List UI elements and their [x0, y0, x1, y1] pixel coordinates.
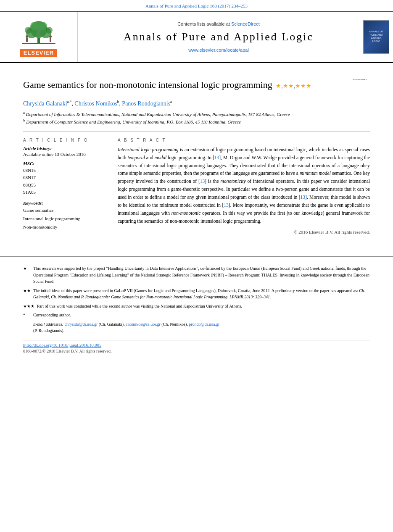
section-divider — [23, 132, 370, 132]
author-1-super: a,* — [67, 100, 72, 104]
sciencedirect-link[interactable]: ScienceDirect — [231, 21, 260, 26]
keyword-3: Non-monotonicity — [23, 223, 105, 232]
journal-citation-text: Annals of Pure and Applied Logic 168 (20… — [145, 3, 248, 8]
svg-point-10 — [26, 35, 28, 38]
elsevier-wordmark: ELSEVIER — [20, 49, 57, 57]
journal-citation-header: Annals of Pure and Applied Logic 168 (20… — [0, 0, 393, 12]
abstract-text: Intensional logic programming is an exte… — [118, 146, 370, 226]
affil-a-text: Department of Informatics & Telecommunic… — [26, 112, 290, 117]
affiliation-b: b Department of Computer Science and Eng… — [23, 118, 370, 125]
available-online-value: Available online 13 October 2016 — [23, 152, 105, 157]
author-3-super: a — [170, 100, 172, 104]
affil-b-text: Department of Computer Science and Engin… — [26, 119, 241, 124]
footnote-marker-1: ★ — [23, 265, 31, 285]
star-icon-2: ★★ — [283, 83, 294, 89]
footnote-corresponding: * Corresponding author. — [23, 312, 370, 319]
footnote-star1: ★ This research was supported by the pro… — [23, 265, 370, 285]
doi-section: http://dx.doi.org/10.1016/j.apal.2016.10… — [23, 340, 370, 353]
ref-13-4[interactable]: 13 — [224, 203, 229, 208]
footnote-text-3: Part of this work was conducted while th… — [37, 303, 370, 310]
ref-13-3[interactable]: 13 — [301, 195, 306, 200]
journal-header: ELSEVIER Contents lists available at Sci… — [0, 12, 393, 63]
doi-link[interactable]: http://dx.doi.org/10.1016/j.apal.2016.10… — [23, 343, 370, 348]
author-3[interactable]: Panos Rondogiannis — [122, 100, 170, 106]
affiliations: a Department of Informatics & Telecommun… — [23, 110, 370, 125]
article-info-abstract-section: A R T I C L E I N F O Article history: A… — [23, 138, 370, 236]
article-title-stars: ★,★★,★★★ — [274, 83, 311, 89]
abstract-header: A B S T R A C T — [118, 138, 370, 142]
svg-point-7 — [46, 27, 53, 34]
article-title: Game semantics for non-monotonic intensi… — [23, 79, 370, 91]
mini-cover: ANNALS OFPURE ANDAPPLIEDLOGIC — [363, 20, 389, 54]
affiliation-a: a Department of Informatics & Telecommun… — [23, 110, 370, 118]
ref-13-1[interactable]: 13 — [214, 155, 219, 160]
footer-area: ★ This research was supported by the pro… — [0, 256, 393, 358]
copyright-line: © 2016 Elsevier B.V. All rights reserved… — [118, 229, 370, 234]
email-rondogiannis[interactable]: prondo@di.uoa.gr — [189, 322, 219, 327]
contents-available-text: Contents lists available at ScienceDirec… — [177, 21, 260, 26]
footnote-marker-3: ★★★ — [23, 303, 34, 310]
svg-point-5 — [39, 22, 47, 30]
keywords-list: Game semantics Intensional logic program… — [23, 206, 105, 231]
svg-point-6 — [25, 27, 32, 34]
history-label: Article history: — [23, 146, 105, 151]
svg-point-4 — [30, 22, 39, 30]
footnote-email: E-mail addresses: chrysida@di.uoa.gr (Ch… — [23, 321, 370, 334]
keyword-2: Intensional logic programming — [23, 215, 105, 223]
footnote-marker-email — [23, 321, 31, 334]
svg-rect-11 — [50, 38, 51, 42]
footnote-marker-corr: * — [23, 312, 31, 319]
msc-code-2: 68N17 — [23, 174, 105, 182]
msc-code-1: 68N15 — [23, 167, 105, 174]
footnote-star2: ★★ The initial ideas of this paper were … — [23, 287, 370, 300]
star-icon-3: ★★★ — [295, 83, 311, 89]
footnote-text-corr: Corresponding author. — [33, 312, 370, 319]
elsevier-tree-icon — [20, 17, 58, 47]
svg-point-12 — [49, 35, 52, 38]
elsevier-logo: ELSEVIER — [20, 17, 58, 57]
affil-letter-a: a — [23, 111, 25, 115]
mini-cover-text: ANNALS OFPURE ANDAPPLIEDLOGIC — [369, 30, 383, 43]
msc-group: MSC: 68N15 68N17 68Q55 91A05 — [23, 161, 105, 196]
svg-rect-8 — [22, 43, 55, 44]
crossmark-badge: ✔ CrossMark — [350, 79, 370, 80]
elsevier-logo-area: ELSEVIER — [0, 12, 78, 62]
crossmark-label: CrossMark — [353, 79, 367, 80]
journal-header-center: Contents lists available at ScienceDirec… — [78, 12, 359, 62]
footnote-text-1: This research was supported by the proje… — [33, 265, 370, 285]
footnote-marker-2: ★★ — [23, 287, 31, 300]
email-galanaki[interactable]: chrysida@di.uoa.gr — [65, 322, 98, 327]
footnote-text-2: The initial ideas of this paper were pre… — [33, 287, 370, 300]
keywords-group: Keywords: Game semantics Intensional log… — [23, 200, 105, 231]
abstract-column: A B S T R A C T Intensional logic progra… — [118, 138, 370, 236]
journal-cover-thumbnail: ANNALS OFPURE ANDAPPLIEDLOGIC — [359, 12, 393, 62]
footnote-star3: ★★★ Part of this work was conducted whil… — [23, 303, 370, 310]
journal-url[interactable]: www.elsevier.com/locate/apal — [188, 47, 249, 53]
ref-13-2[interactable]: 13 — [200, 179, 205, 184]
article-info-header: A R T I C L E I N F O — [23, 138, 105, 142]
msc-code-4: 91A05 — [23, 189, 105, 196]
svg-rect-0 — [37, 38, 40, 44]
journal-title: Annals of Pure and Applied Logic — [124, 31, 314, 43]
footnotes-section: ★ This research was supported by the pro… — [23, 265, 370, 334]
issn-line: 0168-0072/© 2016 Elsevier B.V. All right… — [23, 349, 370, 353]
msc-code-3: 68Q55 — [23, 182, 105, 189]
authors-line: Chrysida Galanakia,*, Christos Nomikosb,… — [23, 100, 370, 107]
author-2-super: b — [117, 100, 119, 104]
author-2[interactable]: Christos Nomikos — [74, 100, 117, 106]
svg-rect-9 — [26, 38, 28, 42]
main-content: ✔ CrossMark Game semantics for non-monot… — [0, 63, 393, 256]
affil-letter-b: b — [23, 118, 25, 122]
article-info-column: A R T I C L E I N F O Article history: A… — [23, 138, 105, 236]
star-icon-1: ★ — [276, 83, 281, 89]
msc-codes: 68N15 68N17 68Q55 91A05 — [23, 167, 105, 196]
article-history-group: Article history: Available online 13 Oct… — [23, 146, 105, 157]
crossmark-badge-area: ✔ CrossMark — [350, 79, 370, 80]
msc-label: MSC: — [23, 161, 105, 166]
keyword-1: Game semantics — [23, 206, 105, 215]
email-nomikos[interactable]: cnomikos@cs.uoi.gr — [126, 322, 161, 327]
author-1[interactable]: Chrysida Galanaki — [23, 100, 67, 106]
keywords-label: Keywords: — [23, 200, 105, 205]
footnote-email-text: E-mail addresses: chrysida@di.uoa.gr (Ch… — [33, 321, 370, 334]
